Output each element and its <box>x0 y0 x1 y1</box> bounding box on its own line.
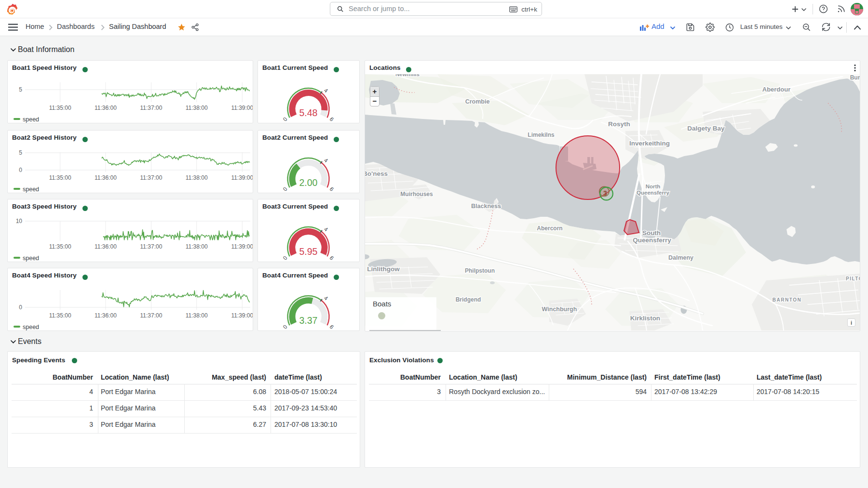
svg-text:4: 4 <box>323 87 329 94</box>
svg-text:11:38:00: 11:38:00 <box>186 312 208 319</box>
svg-text:11:36:00: 11:36:00 <box>95 243 117 250</box>
svg-text:Queensferry: Queensferry <box>637 190 669 196</box>
svg-text:Inverkeithing: Inverkeithing <box>629 140 670 147</box>
svg-text:6: 6 <box>328 255 335 261</box>
svg-text:0: 0 <box>19 167 22 173</box>
svg-text:Limekilns: Limekilns <box>528 132 555 138</box>
svg-text:4: 4 <box>323 295 329 302</box>
svg-text:11:39:00: 11:39:00 <box>231 243 253 250</box>
svg-text:11:37:00: 11:37:00 <box>140 312 163 319</box>
svg-text:11:36:00: 11:36:00 <box>95 174 117 181</box>
svg-text:5.95: 5.95 <box>299 246 318 257</box>
svg-text:Queensferry: Queensferry <box>633 237 671 244</box>
svg-text:6: 6 <box>328 324 335 330</box>
svg-text:BARNTON: BARNTON <box>773 297 801 303</box>
svg-text:Crombie: Crombie <box>465 98 490 105</box>
svg-text:6: 6 <box>328 186 335 192</box>
svg-text:Newmills: Newmills <box>395 74 420 77</box>
svg-text:11:35:00: 11:35:00 <box>49 312 71 319</box>
svg-text:Linlithgow: Linlithgow <box>367 265 400 273</box>
svg-text:10: 10 <box>16 218 23 224</box>
svg-text:11:35:00: 11:35:00 <box>49 105 71 111</box>
svg-text:5: 5 <box>19 86 22 93</box>
svg-text:Abercorn: Abercorn <box>537 225 562 232</box>
svg-text:11:37:00: 11:37:00 <box>140 105 163 111</box>
svg-text:11:38:00: 11:38:00 <box>186 243 208 250</box>
svg-text:11:37:00: 11:37:00 <box>140 243 163 250</box>
svg-text:11:38:00: 11:38:00 <box>186 105 208 111</box>
svg-text:4: 4 <box>323 157 329 164</box>
svg-text:Philpstoun: Philpstoun <box>465 267 495 274</box>
svg-text:0: 0 <box>282 255 288 261</box>
svg-text:11:35:00: 11:35:00 <box>49 174 71 181</box>
svg-text:0: 0 <box>282 324 288 330</box>
svg-text:2.00: 2.00 <box>299 177 318 188</box>
svg-text:3: 3 <box>603 189 607 197</box>
svg-text:Bo'ness: Bo'ness <box>365 170 388 177</box>
svg-text:0: 0 <box>282 186 288 192</box>
svg-text:11:35:00: 11:35:00 <box>49 243 71 250</box>
svg-text:South: South <box>642 229 661 237</box>
svg-text:Kirkliston: Kirkliston <box>630 315 660 322</box>
svg-text:Dalgety Bay: Dalgety Bay <box>687 125 725 132</box>
svg-text:11:39:00: 11:39:00 <box>231 174 253 181</box>
svg-text:11:38:00: 11:38:00 <box>186 174 208 181</box>
svg-text:11:39:00: 11:39:00 <box>231 312 253 319</box>
svg-text:5: 5 <box>19 149 22 156</box>
svg-text:Muirhouses: Muirhouses <box>400 191 433 198</box>
svg-text:PILTO: PILTO <box>846 276 860 281</box>
svg-text:Aberdour: Aberdour <box>762 86 791 93</box>
svg-text:Rosyth: Rosyth <box>608 120 630 128</box>
svg-text:speed: speed <box>23 186 39 193</box>
svg-text:Dalmeny: Dalmeny <box>668 254 693 261</box>
svg-text:3.37: 3.37 <box>299 315 318 326</box>
svg-text:5.48: 5.48 <box>299 107 318 118</box>
svg-text:Bridgend: Bridgend <box>456 296 481 303</box>
svg-text:0: 0 <box>282 116 288 122</box>
svg-text:North: North <box>646 184 661 189</box>
svg-text:speed: speed <box>23 324 39 330</box>
svg-text:speed: speed <box>23 116 39 123</box>
svg-text:speed: speed <box>23 255 39 262</box>
svg-text:11:37:00: 11:37:00 <box>140 174 163 181</box>
svg-text:4: 4 <box>323 226 329 233</box>
svg-text:Bur: Bur <box>850 74 860 81</box>
svg-text:11:39:00: 11:39:00 <box>231 105 253 111</box>
svg-text:6: 6 <box>328 116 335 122</box>
svg-text:11:36:00: 11:36:00 <box>95 105 117 111</box>
svg-text:0: 0 <box>19 304 22 311</box>
svg-text:Blackness: Blackness <box>471 203 501 210</box>
svg-text:11:36:00: 11:36:00 <box>95 312 117 319</box>
svg-text:Winchburgh: Winchburgh <box>542 306 577 313</box>
